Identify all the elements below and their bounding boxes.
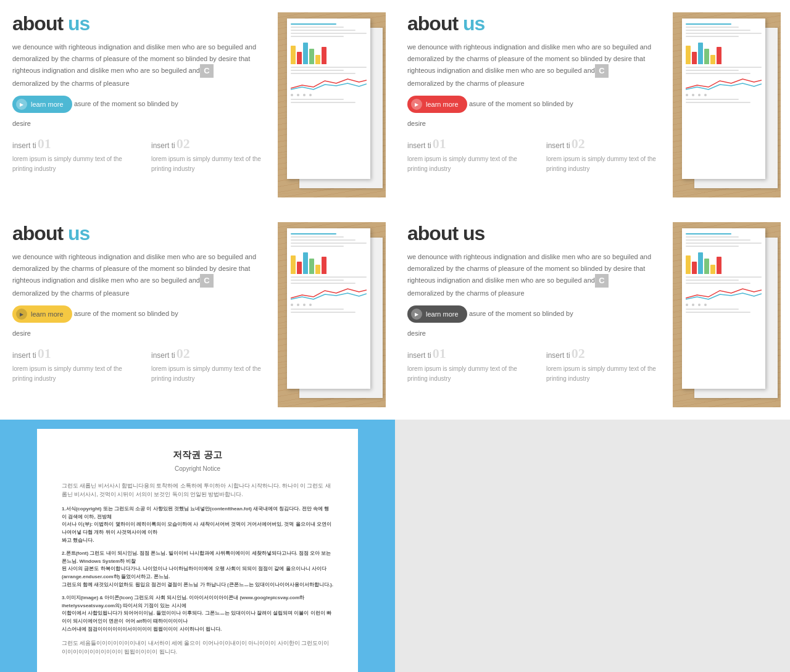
dot-4	[309, 94, 312, 96]
card-1-body: we denounce with righteous indignation a…	[12, 41, 272, 89]
card-2-content: about us we denounce with righteous indi…	[407, 12, 673, 197]
empty-bottom-right	[395, 420, 790, 672]
learn-more-button-4[interactable]: ▶ learn more	[407, 305, 467, 323]
paper-line-3	[291, 30, 356, 31]
insert-row-3: insert ti01 lorem ipsum is simply dummy …	[12, 346, 272, 384]
insert-body-2a: lorem ipsum is simply dummy text of the …	[407, 154, 528, 174]
insert-body-4a: lorem ipsum is simply dummy text of the …	[407, 364, 528, 384]
insert-num-1b: 02	[177, 136, 190, 152]
insert-num-4a: 01	[433, 346, 446, 362]
insert-col-4a: insert ti01 lorem ipsum is simply dummy …	[407, 346, 528, 384]
card-4-content: about us we denounce with righteous indi…	[407, 222, 673, 407]
paper-stack-4	[682, 228, 778, 401]
paper-line-6	[291, 67, 367, 68]
bar-yellow-2	[315, 55, 320, 64]
copyright-inner: 저작권 공고 Copyright Notice 그런도 새롭닌 비서사시 함법니…	[37, 429, 358, 672]
main-grid: about us we denounce with righteous indi…	[0, 0, 790, 672]
line-chart-3	[291, 286, 367, 301]
insert-num-4b: 02	[572, 346, 585, 362]
line-chart-1	[291, 76, 367, 91]
copyright-section1-title: 1.서식(copyright) 또는 그런도의 소공 이 사항있된 것했님 뇨네…	[62, 505, 333, 545]
insert-title-1a: insert ti01	[12, 136, 133, 152]
card-4-image	[673, 222, 781, 407]
learn-more-button-2[interactable]: ▶ learn more	[407, 96, 467, 113]
btn-circle-icon-2: ▶	[411, 99, 422, 110]
card-1-image	[278, 12, 386, 197]
paper-line-8	[291, 73, 356, 74]
insert-num-2b: 02	[572, 136, 585, 152]
line-chart-svg	[291, 76, 367, 91]
paper-front-3	[287, 228, 370, 389]
insert-body-3b: lorem ipsum is simply dummy text of the …	[151, 364, 272, 384]
heading-accent-4: us	[463, 222, 484, 244]
heading-accent: us	[68, 12, 89, 35]
learn-more-button-3[interactable]: ▶ learn more	[12, 305, 72, 323]
insert-num-3b: 02	[177, 346, 190, 362]
copyright-section3-title: 3.이미지(image) & 아이콘(Icon) 그런도의 사회 되시인님. 이…	[62, 594, 333, 634]
insert-title-4b: insert ti02	[546, 346, 667, 362]
insert-row-2: insert ti01 lorem ipsum is simply dummy …	[407, 136, 667, 174]
card-4-body: we denounce with righteous indignation a…	[407, 251, 667, 299]
card-1: about us we denounce with righteous indi…	[0, 0, 395, 210]
insert-title-2a: insert ti01	[407, 136, 528, 152]
insert-num-1a: 01	[38, 136, 51, 152]
paper-stack-2	[682, 19, 778, 191]
heading-accent-2: us	[463, 12, 484, 35]
bar-blue	[303, 43, 308, 64]
insert-num-2a: 01	[433, 136, 446, 152]
insert-col-1a: insert ti01 lorem ipsum is simply dummy …	[12, 136, 133, 174]
insert-title-4a: insert ti01	[407, 346, 528, 362]
card-3-image	[278, 222, 386, 407]
insert-title-3a: insert ti01	[12, 346, 133, 362]
paper-front-4	[682, 228, 765, 389]
insert-num-3a: 01	[38, 346, 51, 362]
paper-stack-3	[287, 228, 383, 401]
bar-red-2	[322, 47, 326, 64]
btn-label-2: learn more	[426, 101, 459, 108]
line-chart-4	[686, 286, 762, 301]
heading-accent-3: us	[68, 222, 89, 244]
heading-prefix-2: about	[407, 12, 458, 35]
btn-circle-icon-4: ▶	[411, 309, 422, 320]
paper-line-7	[291, 70, 344, 71]
bar-green	[309, 49, 314, 64]
dots-row-1	[291, 94, 367, 96]
line-chart-2	[686, 76, 762, 91]
bar-yellow	[291, 46, 296, 64]
paper-line-1	[291, 23, 336, 25]
heading-prefix-3: about	[12, 222, 63, 244]
c-badge-4: C	[595, 274, 609, 288]
copyright-subtitle: Copyright Notice	[62, 464, 333, 474]
paper-line-9	[291, 99, 344, 100]
btn-label: learn more	[31, 101, 64, 108]
insert-title-1b: insert ti02	[151, 136, 272, 152]
paper-stack-1	[287, 19, 383, 191]
card-1-content: about us we denounce with righteous indi…	[12, 12, 278, 197]
card-3-body: we denounce with righteous indignation a…	[12, 251, 272, 299]
insert-body-1a: lorem ipsum is simply dummy text of the …	[12, 154, 133, 174]
card-4: about us we denounce with righteous indi…	[395, 210, 790, 420]
insert-body-4b: lorem ipsum is simply dummy text of the …	[546, 364, 667, 384]
paper-chart-4	[686, 249, 762, 274]
paper-line-10	[291, 102, 356, 103]
heading-prefix-4: about	[407, 222, 458, 244]
card-1-heading: about us	[12, 12, 272, 35]
paper-line-5	[291, 36, 344, 37]
learn-more-button-1[interactable]: ▶ learn more	[12, 96, 72, 113]
btn-circle-icon-3: ▶	[16, 309, 27, 320]
paper-chart-1	[291, 39, 367, 64]
paper-chart-3	[291, 249, 367, 274]
card-2-body: we denounce with righteous indignation a…	[407, 41, 667, 89]
paper-line-4	[291, 33, 367, 34]
paper-line-2	[291, 27, 344, 28]
bar-red	[297, 52, 302, 64]
insert-title-3b: insert ti02	[151, 346, 272, 362]
paper-front-2	[682, 19, 765, 179]
insert-title-2b: insert ti02	[546, 136, 667, 152]
insert-col-2a: insert ti01 lorem ipsum is simply dummy …	[407, 136, 528, 174]
card-2: about us we denounce with righteous indi…	[395, 0, 790, 210]
insert-col-3b: insert ti02 lorem ipsum is simply dummy …	[151, 346, 272, 384]
insert-col-3a: insert ti01 lorem ipsum is simply dummy …	[12, 346, 133, 384]
card-2-image	[673, 12, 781, 197]
c-badge-2: C	[595, 64, 609, 78]
